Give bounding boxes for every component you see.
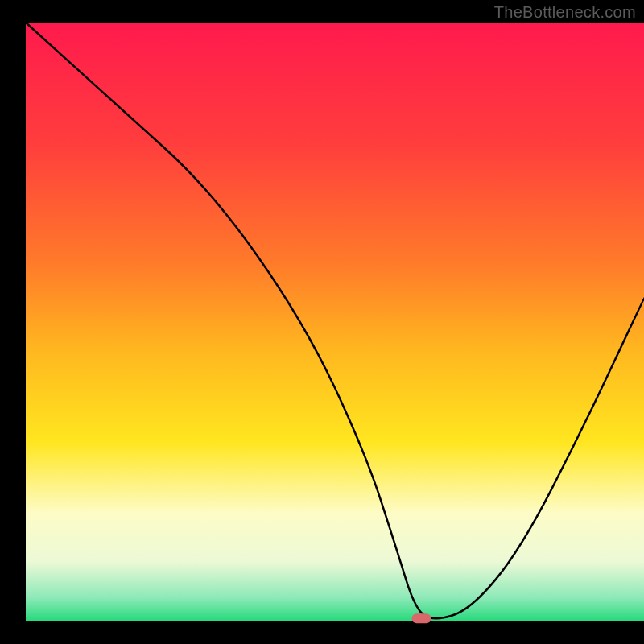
bottleneck-chart: [0, 0, 644, 644]
chart-stage: TheBottleneck.com: [0, 0, 644, 644]
optimal-marker: [412, 613, 431, 623]
attribution-label: TheBottleneck.com: [494, 3, 636, 22]
plot-background: [26, 23, 644, 621]
